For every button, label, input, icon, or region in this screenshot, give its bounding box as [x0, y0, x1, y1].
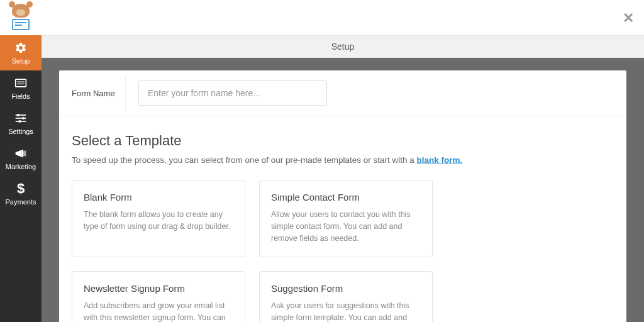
sidebar: Setup Fields Settings Marketing $ Paymen…	[0, 0, 42, 322]
page-title: Setup	[331, 42, 355, 52]
template-section: Select a Template To speed up the proces…	[59, 116, 626, 322]
sidebar-item-label: Fields	[11, 92, 30, 100]
template-subtext: To speed up the process, you can select …	[72, 155, 614, 165]
template-card-title: Blank Form	[84, 192, 233, 203]
sidebar-item-label: Payments	[6, 198, 36, 206]
template-card-blank-form[interactable]: Blank Form The blank form allows you to …	[72, 180, 245, 257]
gear-icon	[14, 41, 28, 55]
svg-point-6	[17, 114, 19, 116]
template-subtext-text: To speed up the process, you can select …	[72, 155, 417, 165]
wpforms-logo-icon	[7, 4, 35, 31]
megaphone-icon	[14, 147, 28, 160]
template-card-title: Simple Contact Form	[271, 192, 421, 203]
template-card-desc: Ask your users for suggestions with this…	[271, 300, 421, 322]
sliders-icon	[14, 111, 28, 125]
template-card-title: Suggestion Form	[271, 283, 421, 294]
sidebar-item-payments[interactable]: $ Payments	[0, 176, 42, 211]
fields-icon	[14, 76, 28, 90]
template-grid: Blank Form The blank form allows you to …	[72, 180, 614, 322]
close-button[interactable]: ✕	[623, 10, 634, 26]
template-card-desc: Allow your users to contact you with thi…	[271, 209, 421, 244]
content-wrapper: Form Name Select a Template To speed up …	[42, 58, 644, 322]
svg-point-7	[22, 117, 25, 119]
logo[interactable]	[0, 0, 42, 35]
svg-rect-1	[17, 82, 25, 82]
content-panel: Form Name Select a Template To speed up …	[59, 70, 626, 322]
sidebar-item-settings[interactable]: Settings	[0, 106, 42, 141]
top-bar: ✕	[42, 0, 644, 35]
svg-text:$: $	[17, 182, 25, 196]
sidebar-item-fields[interactable]: Fields	[0, 70, 42, 106]
form-name-input[interactable]	[138, 80, 327, 106]
blank-form-link[interactable]: blank form.	[417, 155, 463, 165]
sidebar-item-marketing[interactable]: Marketing	[0, 141, 42, 176]
svg-rect-2	[17, 84, 25, 84]
dollar-icon: $	[14, 182, 28, 196]
template-card-simple-contact[interactable]: Simple Contact Form Allow your users to …	[259, 180, 433, 257]
form-name-label: Form Name	[59, 76, 126, 110]
template-card-title: Newsletter Signup Form	[84, 283, 233, 294]
svg-point-8	[18, 120, 21, 123]
form-name-row: Form Name	[59, 70, 626, 116]
template-card-suggestion-form[interactable]: Suggestion Form Ask your users for sugge…	[259, 271, 433, 322]
close-icon: ✕	[623, 10, 634, 26]
template-card-desc: The blank form allows you to create any …	[84, 209, 233, 233]
sidebar-item-label: Settings	[8, 128, 33, 135]
svg-rect-9	[22, 150, 24, 157]
title-bar: Setup	[42, 35, 644, 58]
template-card-newsletter-signup[interactable]: Newsletter Signup Form Add subscribers a…	[72, 271, 245, 322]
sidebar-item-setup[interactable]: Setup	[0, 35, 42, 70]
sidebar-item-label: Marketing	[6, 163, 36, 170]
template-card-desc: Add subscribers and grow your email list…	[84, 300, 233, 322]
sidebar-item-label: Setup	[12, 57, 30, 65]
template-heading: Select a Template	[72, 133, 614, 149]
svg-rect-0	[16, 79, 26, 87]
